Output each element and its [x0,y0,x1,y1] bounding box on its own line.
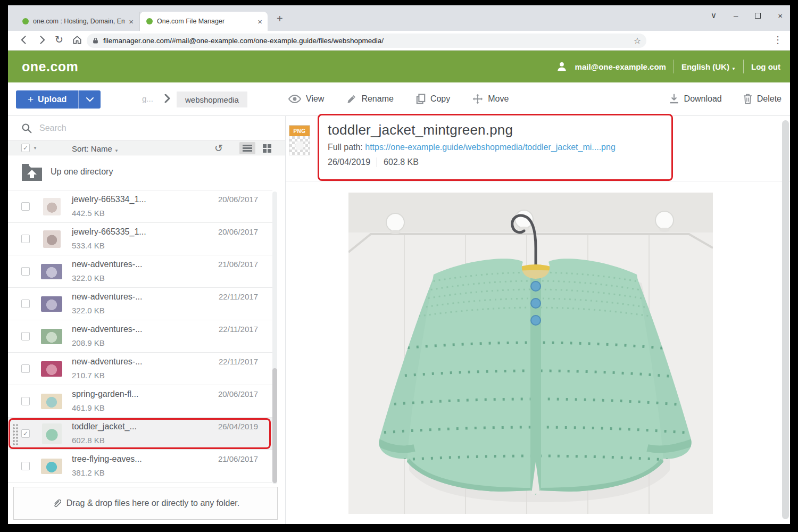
chevron-down-icon[interactable]: ∨ [711,11,717,20]
view-button[interactable]: View [288,94,324,104]
grid-view-toggle[interactable] [259,142,275,154]
file-list-sidebar: ✓ ▼ Sort: Name ▼ ↺ Up one directory [8,116,286,524]
tab-close-icon[interactable]: × [257,17,262,26]
pencil-icon [346,94,356,104]
file-row[interactable]: new-adventures-... 210.7 KB 22/11/2017 [8,353,272,385]
minimize-button[interactable]: – [734,11,738,20]
preview-image [348,193,713,514]
list-view-toggle[interactable] [239,142,255,154]
move-button[interactable]: Move [472,94,509,104]
grid-icon [263,144,271,153]
logout-button[interactable]: Log out [751,62,780,71]
file-thumbnail [43,198,61,215]
file-name: tree-flying-eaves... [72,454,142,464]
forward-button[interactable] [37,35,47,45]
refresh-icon[interactable]: ↺ [214,142,223,154]
file-checkbox[interactable] [21,235,30,243]
search-input[interactable] [39,123,242,133]
up-one-directory-row[interactable]: Up one directory [8,155,272,190]
tab-title: One.com File Manager [157,18,253,25]
select-caret-icon[interactable]: ▼ [33,146,37,151]
content-area: ✓ ▼ Sort: Name ▼ ↺ Up one directory [8,116,790,524]
png-file-icon: PNG [289,125,310,155]
file-checkbox[interactable] [21,364,30,373]
file-name: new-adventures-... [72,260,143,269]
refresh-icon[interactable]: ↻ [55,34,63,46]
sort-dropdown[interactable]: Sort: Name ▼ [72,144,119,153]
file-size: 533.4 KB [72,241,105,250]
tab-close-icon[interactable]: × [129,17,134,26]
select-all-checkbox[interactable]: ✓ [21,144,30,152]
download-button[interactable]: Download [669,94,722,104]
delete-button[interactable]: Delete [743,94,782,104]
home-icon[interactable] [72,35,82,45]
file-size: 461.9 KB [72,403,105,412]
file-size: 208.9 KB [72,338,105,347]
file-row[interactable]: ✓ toddler_jacket_... 602.8 KB 26/04/2019 [8,418,272,450]
file-checkbox[interactable]: ✓ [21,429,30,438]
full-path-row: Full path: https://one-example.guide/web… [328,143,663,152]
file-checkbox[interactable] [21,202,30,211]
file-row[interactable]: new-adventures-... 322.0 KB 22/11/2017 [8,288,272,320]
file-thumbnail [42,423,62,444]
list-icon [243,144,252,153]
file-checkbox[interactable] [21,397,30,405]
copy-button[interactable]: Copy [416,94,450,104]
file-row[interactable]: jewelry-665334_1... 442.5 KB 20/06/2017 [8,190,272,223]
breadcrumb-parent[interactable]: g... [142,94,153,103]
file-row[interactable]: new-adventures-... 208.9 KB 22/11/2017 [8,320,272,353]
tab-one-com-hosting[interactable]: one.com : Hosting, Domain, Emai × [16,12,139,31]
url-bar[interactable]: ☆ [87,34,646,48]
file-row[interactable]: tree-flying-eaves... 381.2 KB 21/06/2017 [8,450,272,483]
close-button[interactable]: × [778,11,783,20]
new-tab-button[interactable]: + [277,13,283,25]
browser-menu-icon[interactable]: ⋮ [773,34,783,46]
file-date: 21/06/2017 [218,454,258,463]
file-size: 322.0 KB [72,273,105,282]
file-name: toddler_jacket_... [72,422,137,431]
upload-options-button[interactable] [78,90,101,109]
selection-actions: View Rename Copy Move [288,82,509,115]
divider [743,60,744,73]
breadcrumb-current[interactable]: webshopmedia [177,92,247,107]
file-checkbox[interactable] [21,332,30,340]
file-meta-row: 26/04/2019 602.8 KB [328,157,663,167]
url-input[interactable] [103,37,634,45]
language-selector[interactable]: English (UK) ▼ [681,62,736,71]
file-thumbnail [41,459,62,474]
tab-file-manager[interactable]: One.com File Manager × [140,12,268,31]
one-com-logo[interactable]: one.com [22,59,78,74]
file-thumbnail [41,296,62,312]
dropzone[interactable]: Drag & drop files here or directly to an… [13,487,278,520]
file-size: 381.2 KB [72,468,105,477]
file-name: new-adventures-... [72,357,143,367]
file-checkbox[interactable] [21,267,30,276]
file-actions: Download Delete [669,82,782,115]
drag-handle-icon[interactable] [12,423,18,445]
file-list: Up one directory jewelry-665334_1... 442… [8,155,272,483]
bookmark-star-icon[interactable]: ☆ [634,36,641,46]
file-row[interactable]: new-adventures-... 322.0 KB 21/06/2017 [8,255,272,288]
maximize-button[interactable] [755,13,761,19]
image-placeholder-icon [289,136,310,155]
file-checkbox[interactable] [21,462,30,470]
full-path-link[interactable]: https://one-example.guide/webshopmedia/t… [365,143,616,152]
account-email: mail@one-example.com [575,62,666,71]
file-checkbox[interactable] [21,300,30,308]
back-button[interactable] [19,35,29,45]
sidebar-scrollbar-thumb[interactable] [272,368,277,483]
upload-button[interactable]: +Upload [16,90,78,109]
move-arrows-icon [472,94,483,104]
file-title: toddler_jacket_mintgreen.png [328,122,663,138]
png-badge: PNG [289,126,310,136]
main-scrollbar-thumb[interactable] [782,120,789,519]
file-date: 20/06/2017 [218,389,258,398]
rename-button[interactable]: Rename [346,94,393,104]
file-row[interactable]: spring-garden-fl... 461.9 KB 20/06/2017 [8,385,272,418]
file-date: 26/04/2019 [218,422,258,431]
window-controls: ∨ – × [711,11,783,20]
one-com-favicon-icon [146,18,153,24]
file-name: jewelry-665335_1... [72,227,146,237]
browser-toolbar: ↻ ☆ ⋮ [8,31,790,51]
file-row[interactable]: jewelry-665335_1... 533.4 KB 20/06/2017 [8,223,272,255]
